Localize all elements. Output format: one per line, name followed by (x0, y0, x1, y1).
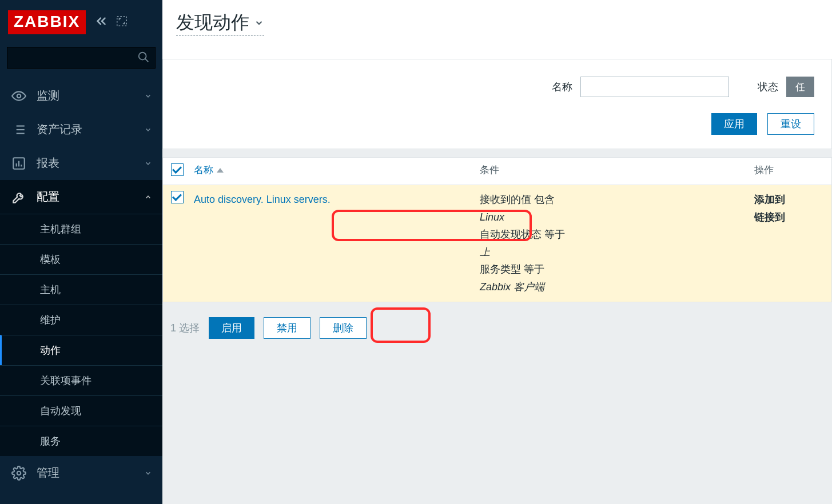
th-name-label: 名称 (194, 163, 213, 177)
nav-label: 管理 (37, 465, 134, 481)
sort-asc-icon (217, 168, 224, 173)
svg-point-3 (17, 94, 21, 98)
chevron-down-icon (144, 469, 152, 477)
content: 名称 状态 任 应用 重设 名称 (162, 59, 832, 339)
filter-panel: 名称 状态 任 应用 重设 (162, 59, 832, 149)
action-name-link[interactable]: Auto discovery. Linux servers. (194, 194, 331, 205)
logo: ZABBIX (8, 10, 86, 34)
sidebar-search (7, 47, 156, 69)
subnav-hostgroups[interactable]: 主机群组 (0, 214, 162, 244)
th-operations[interactable]: 操作 (754, 163, 831, 177)
nav-label: 资产记录 (37, 122, 134, 137)
subnav-templates[interactable]: 模板 (0, 244, 162, 274)
kiosk-mode-icon[interactable] (116, 15, 128, 30)
filter-status-group: 状态 任 (758, 77, 814, 97)
row-conditions: 接收到的值 包含 Linux 自动发现状态 等于 上 服务类型 等于 Zabbi… (480, 191, 754, 296)
filter-name-input[interactable] (580, 77, 729, 97)
page-header: 发现动作 (162, 0, 832, 59)
chevron-down-icon (144, 126, 152, 134)
sidebar-nav: 监测 资产记录 报表 配置 主机群组 模板 主机 维护 动作 关联项事件 自动发… (0, 79, 162, 504)
subnav-services[interactable]: 服务 (0, 426, 162, 456)
chevron-up-icon (144, 193, 152, 201)
svg-point-1 (139, 53, 146, 60)
th-name[interactable]: 名称 (194, 163, 480, 177)
sidebar-top: ZABBIX (0, 0, 162, 41)
nav-label: 监测 (37, 88, 134, 103)
svg-line-2 (145, 59, 149, 62)
subnav-actions[interactable]: 动作 (0, 335, 162, 365)
filter-status-any-button[interactable]: 任 (786, 77, 814, 97)
enable-button[interactable]: 启用 (209, 317, 254, 339)
list-icon (11, 122, 26, 137)
chevron-down-icon (254, 18, 264, 28)
page-title-text: 发现动作 (176, 10, 249, 35)
row-checkbox[interactable] (171, 191, 184, 203)
apply-button[interactable]: 应用 (711, 113, 757, 135)
table-row: Auto discovery. Linux servers. 接收到的值 包含 … (163, 185, 831, 302)
nav-label: 报表 (37, 155, 134, 171)
selected-count: 1 选择 (170, 321, 200, 335)
th-conditions[interactable]: 条件 (480, 163, 754, 177)
subnav-hosts[interactable]: 主机 (0, 274, 162, 305)
delete-button[interactable]: 删除 (320, 317, 367, 339)
search-icon (137, 51, 150, 63)
svg-rect-0 (117, 17, 127, 26)
main: 发现动作 名称 状态 任 应用 重设 (162, 0, 832, 504)
table-header: 名称 条件 操作 (163, 158, 831, 185)
bar-chart-icon (11, 156, 26, 171)
subnav-maintenance[interactable]: 维护 (0, 305, 162, 335)
nav-reports[interactable]: 报表 (0, 146, 162, 180)
disable-button[interactable]: 禁用 (264, 317, 310, 339)
nav-admin[interactable]: 管理 (0, 456, 162, 490)
select-all-checkbox[interactable] (171, 163, 184, 176)
subnav-correlation[interactable]: 关联项事件 (0, 365, 162, 395)
wrench-icon (11, 190, 26, 205)
filter-status-label: 状态 (758, 80, 778, 94)
subnav-discovery[interactable]: 自动发现 (0, 395, 162, 426)
chevron-down-icon (144, 92, 152, 100)
nav-config-sub: 主机群组 模板 主机 维护 动作 关联项事件 自动发现 服务 (0, 214, 162, 456)
nav-inventory[interactable]: 资产记录 (0, 113, 162, 146)
collapse-sidebar-icon[interactable] (94, 14, 109, 31)
nav-label: 配置 (37, 189, 134, 205)
reset-button[interactable]: 重设 (767, 113, 814, 135)
bulk-action-bar: 1 选择 启用 禁用 删除 (162, 302, 832, 339)
gear-icon (11, 466, 26, 481)
nav-config[interactable]: 配置 (0, 180, 162, 214)
nav-monitoring[interactable]: 监测 (0, 79, 162, 113)
filter-name-group: 名称 (552, 77, 729, 97)
filter-name-label: 名称 (552, 80, 572, 94)
actions-table: 名称 条件 操作 Auto discovery. Linux servers. … (162, 157, 832, 302)
row-operations: 添加到 链接到 (754, 191, 831, 226)
svg-point-14 (17, 471, 21, 475)
sidebar: ZABBIX 监测 资产记录 报表 (0, 0, 162, 504)
chevron-down-icon (144, 159, 152, 167)
page-title-dropdown[interactable]: 发现动作 (176, 10, 264, 36)
search-input[interactable] (7, 47, 156, 69)
eye-icon (11, 89, 26, 103)
